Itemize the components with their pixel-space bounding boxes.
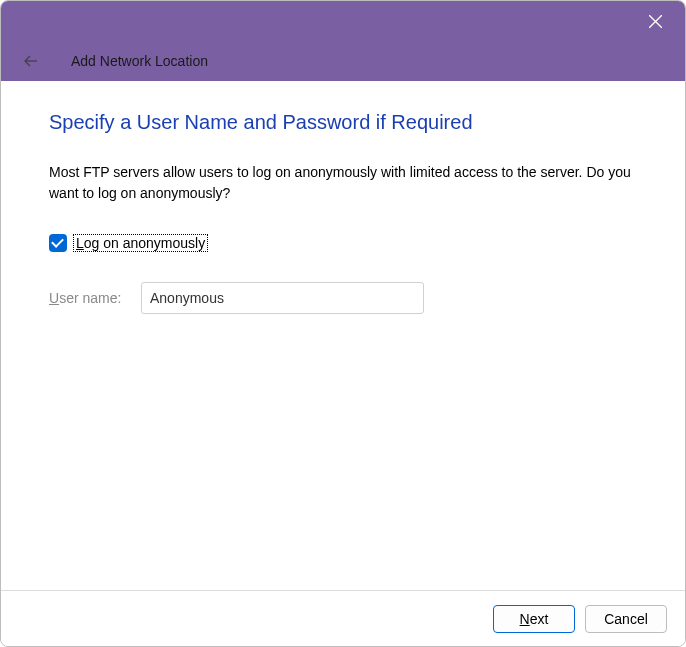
username-label: User name: (49, 290, 141, 306)
titlebar (1, 1, 685, 41)
close-icon[interactable] (633, 6, 677, 36)
content-area: Specify a User Name and Password if Requ… (1, 81, 685, 590)
wizard-title: Add Network Location (71, 53, 208, 69)
cancel-button[interactable]: Cancel (585, 605, 667, 633)
wizard-window: Add Network Location Specify a User Name… (0, 0, 686, 647)
page-heading: Specify a User Name and Password if Requ… (49, 111, 637, 134)
anonymous-checkbox-label[interactable]: Log on anonymously (73, 234, 208, 252)
next-button[interactable]: Next (493, 605, 575, 633)
back-arrow-icon[interactable] (15, 45, 47, 77)
anonymous-checkbox[interactable] (49, 234, 67, 252)
username-row: User name: (49, 282, 637, 314)
page-description: Most FTP servers allow users to log on a… (49, 162, 637, 204)
anonymous-checkbox-row: Log on anonymously (49, 234, 637, 252)
header-row: Add Network Location (1, 41, 685, 81)
username-input[interactable] (141, 282, 424, 314)
footer: Next Cancel (1, 590, 685, 646)
